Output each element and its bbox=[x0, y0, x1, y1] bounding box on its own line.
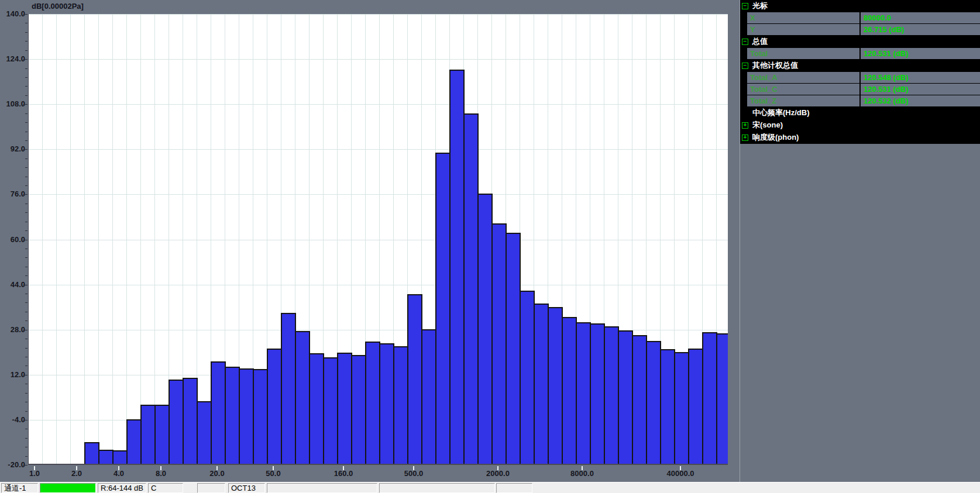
spectrum-bar-4hz[interactable] bbox=[112, 450, 128, 465]
spectrum-bar-2500hz[interactable] bbox=[506, 233, 521, 466]
panel-row-value: 120.531 (dB) bbox=[861, 48, 980, 59]
horizontal-gridline bbox=[29, 149, 728, 150]
y-minor-tick bbox=[25, 132, 27, 132]
y-minor-tick bbox=[25, 312, 27, 312]
spectrum-bar-63hz[interactable] bbox=[281, 313, 296, 465]
spectrum-bar-630hz[interactable] bbox=[421, 329, 436, 465]
spectrum-bar-8hz[interactable] bbox=[154, 405, 170, 465]
spectrum-bar-125hz[interactable] bbox=[323, 357, 338, 465]
panel-header-label: 响度级(phon) bbox=[752, 132, 799, 143]
spectrum-chart-window: dB[0.00002Pa] 140.0124.0108.092.076.060.… bbox=[0, 0, 740, 482]
vertical-gridline bbox=[154, 14, 155, 464]
spectrum-bar-20hz[interactable] bbox=[211, 361, 226, 465]
y-major-tick bbox=[23, 194, 27, 195]
y-tick-label: 44.0 bbox=[1, 280, 25, 289]
y-minor-tick bbox=[25, 429, 27, 429]
x-tick-label: 500.0 bbox=[395, 469, 432, 478]
y-tick-label: 124.0 bbox=[1, 54, 25, 63]
spectrum-bar-2000hz[interactable] bbox=[491, 223, 507, 465]
spectrum-bar-100hz[interactable] bbox=[309, 353, 324, 465]
panel-header-section-weighted-totals: −其他计权总值 bbox=[740, 60, 980, 71]
status-empty-3 bbox=[379, 483, 495, 493]
panel-row-label: Total bbox=[747, 48, 859, 59]
spectrum-bar-3.15hz[interactable] bbox=[98, 450, 114, 465]
spectrum-bar-315hz[interactable] bbox=[379, 343, 394, 465]
spectrum-bar-2.5hz[interactable] bbox=[84, 442, 99, 466]
spectrum-bar-1600hz[interactable] bbox=[477, 194, 493, 465]
spectrum-bar-10000hz[interactable] bbox=[590, 323, 605, 465]
panel-row-label: Total_C bbox=[747, 84, 859, 95]
y-minor-tick bbox=[25, 348, 27, 349]
spectrum-bar-5hz[interactable] bbox=[126, 419, 142, 466]
panel-header-section-phon: +响度级(phon) bbox=[740, 132, 980, 143]
expand-icon[interactable]: + bbox=[742, 135, 748, 141]
x-tick-label: 8000.0 bbox=[563, 469, 601, 478]
spectrum-bar-16000hz[interactable] bbox=[618, 330, 633, 465]
status-weighting: C bbox=[148, 483, 183, 493]
panel-row-total-a: Total_A120.548 (dB) bbox=[747, 72, 980, 83]
spectrum-bar-40000hz[interactable] bbox=[674, 352, 689, 465]
y-minor-tick bbox=[25, 77, 27, 78]
spectrum-bar-3150hz[interactable] bbox=[520, 291, 535, 465]
spectrum-bar-50hz[interactable] bbox=[267, 349, 282, 466]
collapse-icon[interactable]: − bbox=[742, 63, 748, 69]
spectrum-bar-500hz[interactable] bbox=[407, 294, 422, 465]
panel-row-value: 120.548 (dB) bbox=[861, 72, 980, 83]
y-major-tick bbox=[23, 240, 27, 240]
spectrum-bar-25000hz[interactable] bbox=[646, 341, 661, 465]
panel-header-label: 其他计权总值 bbox=[752, 60, 798, 71]
spectrum-bar-40hz[interactable] bbox=[253, 369, 268, 465]
panel-row-label: Total_A bbox=[747, 72, 859, 83]
panel-row-label: Y bbox=[747, 24, 859, 35]
spectrum-bar-250hz[interactable] bbox=[365, 342, 380, 465]
status-empty-1 bbox=[197, 483, 225, 493]
spectrum-bar-20000hz[interactable] bbox=[632, 335, 647, 465]
spectrum-bar-6.3hz[interactable] bbox=[140, 405, 156, 465]
spectrum-bar-80hz[interactable] bbox=[295, 331, 310, 465]
spectrum-bar-50000hz[interactable] bbox=[688, 349, 703, 465]
spectrum-bar-800hz[interactable] bbox=[435, 153, 451, 465]
status-empty-2 bbox=[267, 483, 377, 493]
y-minor-tick bbox=[25, 384, 27, 384]
spectrum-bar-25hz[interactable] bbox=[225, 367, 240, 465]
plot-area[interactable] bbox=[28, 14, 728, 465]
spectrum-bar-16hz[interactable] bbox=[197, 401, 212, 465]
x-tick-label: 50.0 bbox=[255, 469, 292, 478]
spectrum-bar-31.5hz[interactable] bbox=[239, 368, 254, 465]
spectrum-bar-31500hz[interactable] bbox=[660, 349, 675, 466]
spectrum-bar-80000hz[interactable] bbox=[716, 333, 728, 465]
panel-row-cursor-x: X80000.0 bbox=[747, 12, 980, 23]
spectrum-bar-6300hz[interactable] bbox=[562, 317, 577, 466]
y-major-tick bbox=[23, 104, 27, 105]
spectrum-bar-160hz[interactable] bbox=[337, 353, 352, 465]
y-tick-label: 140.0 bbox=[1, 9, 25, 18]
panel-row-label: Total_Z bbox=[747, 95, 859, 106]
vertical-gridline bbox=[98, 14, 99, 464]
spectrum-bar-10hz[interactable] bbox=[169, 380, 184, 465]
y-minor-tick bbox=[25, 257, 27, 258]
x-tick-label: 20.0 bbox=[198, 469, 236, 478]
status-empty-4 bbox=[496, 483, 532, 493]
status-range: R:64-144 dB bbox=[98, 483, 146, 493]
spectrum-bar-200hz[interactable] bbox=[351, 355, 366, 465]
spectrum-bar-4000hz[interactable] bbox=[534, 304, 549, 465]
collapse-icon[interactable]: − bbox=[742, 39, 748, 45]
panel-header-label: 中心频率(Hz/dB) bbox=[752, 108, 810, 118]
spectrum-bar-5000hz[interactable] bbox=[548, 307, 563, 465]
y-minor-tick bbox=[25, 411, 27, 412]
spectrum-bar-12.5hz[interactable] bbox=[183, 378, 198, 465]
y-tick-label: 108.0 bbox=[1, 99, 25, 108]
spectrum-bar-63000hz[interactable] bbox=[702, 332, 717, 465]
panel-header-section-cursor: −光标 bbox=[740, 0, 980, 12]
spectrum-bar-12500hz[interactable] bbox=[604, 326, 619, 465]
x-tick-label: 2000.0 bbox=[479, 469, 517, 478]
spectrum-bar-1250hz[interactable] bbox=[463, 113, 479, 465]
y-minor-tick bbox=[25, 320, 27, 321]
y-minor-tick bbox=[25, 68, 27, 69]
collapse-icon[interactable]: − bbox=[742, 3, 748, 9]
spectrum-bar-400hz[interactable] bbox=[393, 346, 408, 465]
spectrum-bar-1000hz[interactable] bbox=[449, 70, 465, 465]
horizontal-gridline bbox=[29, 59, 728, 60]
spectrum-bar-8000hz[interactable] bbox=[576, 322, 591, 465]
expand-icon[interactable]: + bbox=[742, 122, 748, 129]
